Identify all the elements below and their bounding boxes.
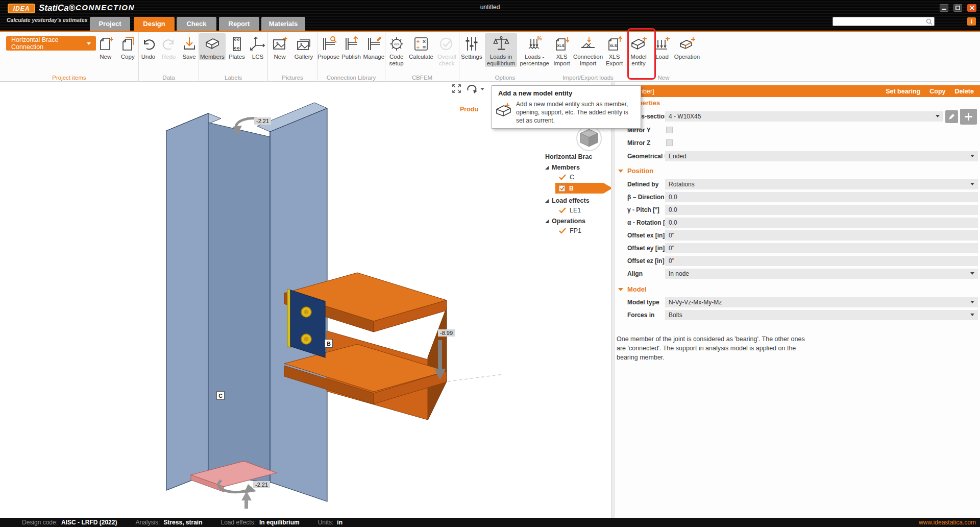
member-b-label: B (325, 339, 333, 348)
cuboid-plus-icon (495, 102, 514, 117)
tooltip-title: Add a new model entity (498, 89, 572, 97)
tree-section-operations[interactable]: Operations (538, 218, 615, 225)
beam-pencil-icon (364, 34, 383, 54)
ribbon-group-data: Undo Redo Save Data (139, 32, 199, 82)
operation-button[interactable]: Operation (673, 33, 701, 67)
column-web-face (208, 123, 270, 483)
calculate-button[interactable]: +×÷= Calculate (408, 33, 433, 67)
save-button[interactable]: Save (180, 33, 199, 60)
cross-section-select[interactable]: 4 - W10X45 (665, 111, 943, 122)
undo-button[interactable]: Undo (139, 33, 158, 60)
connection-type-dropdown[interactable]: Horizontal Brace Connection (6, 36, 96, 51)
tree-item-member-c[interactable]: C (538, 174, 615, 181)
tree-section-members[interactable]: Members (538, 164, 615, 171)
svg-text:%: % (537, 36, 542, 41)
tree-item-fp1[interactable]: FP1 (538, 227, 615, 234)
check-icon[interactable] (559, 207, 566, 213)
force-value-label: -8.99 (438, 329, 455, 337)
search-box[interactable] (832, 17, 935, 26)
mirror-y-checkbox[interactable] (666, 127, 673, 133)
fin-plate (290, 290, 325, 357)
xls-import-button[interactable]: XLS XLS Import (551, 33, 572, 67)
tab-project[interactable]: Project (90, 17, 130, 31)
offset-ey-input[interactable]: 0" (665, 243, 978, 253)
alpha-rotation-input[interactable]: 0.0 (665, 218, 978, 228)
copy-project-item-button[interactable]: Copy (117, 33, 139, 60)
idea-statica-connection-window: IDEA StatiCa® CONNECTION Calculate yeste… (0, 0, 980, 527)
collapse-triangle-icon[interactable] (618, 288, 623, 291)
axes-icon (248, 34, 267, 54)
defined-by-select[interactable]: Rotations (665, 179, 978, 189)
ribbon-group-options: Settings Loads in equilibrium % Loads - … (459, 32, 551, 82)
save-icon (180, 34, 199, 54)
xls-export-button[interactable]: XLS XLS Export (604, 33, 625, 67)
offset-ez-input[interactable]: 0" (665, 256, 978, 266)
zoom-fit-icon[interactable] (452, 84, 461, 93)
model-entity-highlight-box (627, 28, 656, 80)
plates-labels-button[interactable]: Plates (227, 33, 247, 60)
ribbon-group-pictures: New Gallery Pictures (268, 32, 317, 82)
info-button[interactable]: i (967, 17, 976, 26)
expander-icon[interactable] (545, 199, 549, 203)
rotate-options-chevron-icon[interactable] (480, 88, 484, 90)
tab-check[interactable]: Check (177, 17, 216, 31)
member-header-title: B [Member] (621, 88, 876, 95)
tree-item-le1[interactable]: LE1 (538, 207, 615, 214)
tab-report[interactable]: Report (219, 17, 259, 31)
connection-import-button[interactable]: Connection Import (573, 33, 603, 67)
beta-direction-input[interactable]: 0.0 (665, 192, 978, 202)
loads-in-equilibrium-button[interactable]: Loads in equilibrium (485, 33, 518, 67)
expander-icon[interactable] (545, 220, 549, 223)
gallery-icon (294, 34, 313, 54)
minimize-button[interactable] (940, 4, 948, 12)
new-project-item-button[interactable]: New (95, 33, 116, 60)
edit-cross-section-button[interactable] (945, 110, 958, 123)
checkbox-checked-icon[interactable] (559, 185, 565, 191)
close-button[interactable] (967, 4, 976, 12)
check-icon[interactable] (559, 174, 566, 180)
new-picture-button[interactable]: New (269, 33, 290, 60)
geometrical-type-select[interactable]: Ended (665, 151, 978, 161)
tree-item-member-b-selected[interactable]: B (555, 183, 612, 194)
forces-in-select[interactable]: Bolts (665, 310, 978, 320)
offset-ex-input[interactable]: 0" (665, 230, 978, 241)
members-labels-button[interactable]: Members (199, 33, 226, 60)
redo-button: Redo (159, 33, 179, 60)
properties-panel: B [Member] Set bearing Copy Delete Prope… (615, 82, 980, 518)
expander-icon[interactable] (545, 166, 549, 170)
gallery-button[interactable]: Gallery (291, 33, 316, 60)
svg-text:XLS: XLS (557, 43, 565, 48)
chevron-down-icon (970, 155, 974, 157)
delete-member-button[interactable]: Delete (954, 88, 974, 95)
manage-button[interactable]: Manage (363, 33, 385, 60)
gear-code-icon: </> (387, 34, 406, 54)
propose-button[interactable]: Propose (317, 33, 339, 60)
idea-logo: IDEA (8, 4, 35, 13)
copy-member-button[interactable]: Copy (929, 88, 945, 95)
section-position: Position (627, 167, 653, 175)
model-type-select[interactable]: N-Vy-Vz-Mx-My-Mz (665, 297, 978, 307)
add-cross-section-button[interactable] (960, 109, 977, 125)
statica-logo-text: StatiCa® (39, 3, 75, 13)
check-icon[interactable] (559, 228, 566, 234)
tab-materials[interactable]: Materials (261, 17, 305, 31)
collapse-triangle-icon[interactable] (618, 170, 623, 173)
website-link[interactable]: www.ideastatica.com (919, 519, 976, 526)
maximize-button[interactable] (953, 4, 962, 12)
redo-icon (159, 34, 179, 54)
code-setup-button[interactable]: </> Code setup (385, 33, 407, 67)
member-c-label: C (216, 391, 225, 400)
lcs-labels-button[interactable]: LCS (248, 33, 267, 60)
rotate-view-icon[interactable] (466, 83, 478, 94)
search-input[interactable] (835, 18, 924, 25)
tree-section-load-effects[interactable]: Load effects (538, 197, 615, 204)
tab-design[interactable]: Design (134, 17, 175, 31)
gamma-pitch-input[interactable]: 0.0 (665, 205, 978, 215)
align-select[interactable]: In node (665, 269, 978, 279)
publish-button[interactable]: Publish (340, 33, 361, 60)
settings-button[interactable]: Settings (459, 33, 484, 67)
loads-percentage-button[interactable]: % Loads - percentage (518, 33, 551, 67)
set-bearing-button[interactable]: Set bearing (886, 88, 920, 95)
mirror-z-checkbox[interactable] (666, 139, 673, 146)
sliders-icon (462, 34, 481, 54)
